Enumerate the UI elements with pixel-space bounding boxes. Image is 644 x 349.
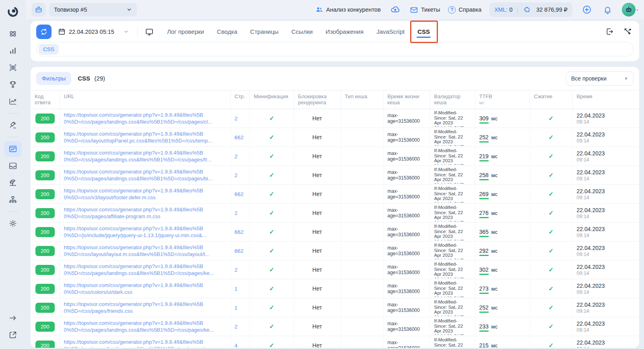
sidebar-item-snapshots[interactable]: [4, 60, 22, 76]
tab-css[interactable]: CSS: [412, 24, 435, 39]
xml-limits-link[interactable]: XML:: [494, 6, 508, 13]
topvisor-logo-icon[interactable]: [4, 4, 22, 20]
sidebar-item-radar[interactable]: [4, 175, 22, 191]
tab-pages[interactable]: Страницы: [245, 24, 284, 39]
url-link[interactable]: https://topvisor.com/css/generator.php?v…: [64, 206, 226, 220]
cell-cache-validator: If-Modified-Since: Sat, 22 Apr 2023 06:1…: [430, 185, 475, 204]
url-link[interactable]: https://topvisor.com/css/generator.php?v…: [64, 339, 226, 348]
url-link[interactable]: https://topvisor.com/css/generator.php?v…: [64, 187, 226, 201]
pages-count-link[interactable]: 2: [235, 116, 238, 122]
avatar-chevron-icon[interactable]: ▾: [636, 8, 638, 12]
filters-button[interactable]: Фильтры: [36, 72, 71, 85]
pages-count-link[interactable]: 1: [235, 286, 238, 292]
sidebar-item-sitemap[interactable]: [4, 192, 22, 208]
url-link[interactable]: https://topvisor.com/css/generator.php?v…: [64, 244, 226, 258]
project-selector[interactable]: Топвизор #5: [49, 3, 137, 17]
pages-count-link[interactable]: 2: [235, 267, 238, 273]
main-area: Топвизор #5 Анализ конкурентов Тикеты ?: [26, 0, 644, 349]
balance-amount[interactable]: 32 876,99 ₽: [536, 6, 568, 13]
help-link[interactable]: ? Справка: [448, 6, 481, 14]
device-monitor-icon[interactable]: [143, 26, 155, 38]
url-line-1: https://topvisor.com/css/generator.php?v…: [64, 263, 226, 270]
url-line-1: https://topvisor.com/css/generator.php?v…: [64, 187, 226, 194]
tab-javascript[interactable]: JavaScript: [371, 24, 410, 39]
compression-check-icon: ✓: [549, 266, 554, 273]
url-link[interactable]: https://topvisor.com/css/generator.php?v…: [64, 130, 226, 144]
sidebar-item-site-audit[interactable]: [4, 141, 22, 157]
ttfb-value: 276: [479, 210, 489, 218]
pages-count-link[interactable]: 2: [235, 172, 238, 178]
url-link[interactable]: https://topvisor.com/css/generator.php?v…: [64, 320, 226, 333]
cache-validator-value: If-Modified-Since: Sat, 22 Apr 2023 06:1…: [434, 186, 470, 202]
cell-status-code: 200: [31, 336, 60, 348]
pages-count-link[interactable]: 662: [235, 191, 244, 197]
url-link[interactable]: https://topvisor.com/css/generator.php?v…: [64, 263, 226, 277]
pages-count-link[interactable]: 662: [235, 248, 244, 254]
check-date: 22.04.2023: [577, 320, 636, 327]
url-link[interactable]: https://topvisor.com/css/generator.php?v…: [64, 225, 226, 239]
notifications-bell-icon[interactable]: [601, 4, 614, 16]
cell-pages: 4: [230, 336, 250, 348]
sidebar-item-inbox[interactable]: [4, 158, 22, 174]
collapse-sidebar-arrow-icon[interactable]: [4, 310, 22, 326]
avatar[interactable]: [622, 3, 636, 17]
tab-images[interactable]: Изображения: [320, 24, 369, 39]
tab-summary[interactable]: Сводка: [212, 24, 243, 39]
table-row: 200https://topvisor.com/css/generator.ph…: [31, 298, 639, 317]
add-funds-icon[interactable]: [580, 3, 593, 16]
url-link[interactable]: https://topvisor.com/css/generator.php?v…: [64, 301, 226, 314]
column-header-5: Тип кеша: [341, 91, 383, 109]
sidebar-item-bids[interactable]: [4, 117, 22, 133]
cloud-sync-icon[interactable]: [389, 3, 402, 16]
sidebar-item-trends[interactable]: [4, 93, 22, 109]
pages-count-link[interactable]: 4: [235, 343, 238, 348]
pages-count-link[interactable]: 1: [235, 305, 238, 311]
cell-ttfb: 252 мс: [475, 298, 530, 317]
cell-cache-validator: If-Modified-Since: Sat, 22 Apr 2023 06:1…: [430, 336, 475, 348]
sidebar-item-positions[interactable]: [4, 43, 22, 59]
table-row: 200https://topvisor.com/css/generator.ph…: [31, 109, 639, 128]
checks-select[interactable]: Все проверки ▼: [566, 71, 634, 86]
cell-compression: ✓: [530, 128, 572, 147]
audit-date-selector[interactable]: 22.04.2023 05:15: [56, 28, 132, 35]
tab-log[interactable]: Лог проверки: [162, 24, 209, 39]
cell-cache-lifetime: max-age=31536000: [383, 242, 430, 260]
compression-check-icon: ✓: [549, 323, 554, 330]
tools-icon[interactable]: [622, 26, 634, 37]
export-icon[interactable]: [604, 26, 615, 37]
refresh-button[interactable]: [36, 25, 52, 39]
cell-minification: ✓: [250, 166, 294, 185]
minification-check-icon: ✓: [269, 304, 275, 311]
pages-count-link[interactable]: 2: [235, 210, 238, 216]
pages-count-link[interactable]: 662: [235, 229, 244, 235]
pages-count-link[interactable]: 662: [235, 134, 244, 140]
url-line-1: https://topvisor.com/css/generator.php?v…: [64, 339, 226, 345]
sidebar-item-settings[interactable]: [4, 215, 22, 231]
cell-cache-lifetime: max-age=31536000: [383, 336, 430, 348]
cell-render-blocking: Нет: [294, 109, 341, 128]
check-clock: 09:14: [577, 195, 636, 200]
tab-links[interactable]: Ссылки: [286, 24, 318, 39]
status-code-badge: 200: [35, 114, 55, 124]
css-filter-chip[interactable]: CSS: [39, 44, 59, 55]
divider: [517, 6, 518, 13]
cell-ttfb: 215 мс: [475, 336, 530, 348]
check-clock: 09:14: [577, 233, 636, 238]
tickets-link[interactable]: Тикеты: [410, 6, 440, 14]
cache-lifetime-value: max-age=31536000: [388, 207, 425, 219]
check-clock: 09:14: [577, 214, 636, 219]
cell-ttfb: 276 мс: [475, 204, 530, 223]
pages-count-link[interactable]: 2: [235, 324, 238, 330]
compression-check-icon: ✓: [549, 209, 554, 216]
url-link[interactable]: https://topvisor.com/css/generator.php?v…: [64, 112, 226, 125]
competitors-analysis-link[interactable]: Анализ конкурентов: [315, 6, 381, 14]
url-link[interactable]: https://topvisor.com/css/generator.php?v…: [64, 282, 226, 295]
url-link[interactable]: https://topvisor.com/css/generator.php?v…: [64, 149, 226, 163]
status-code-badge: 200: [35, 265, 55, 275]
sidebar-item-projects[interactable]: [4, 26, 22, 42]
status-code-badge: 200: [35, 284, 55, 294]
url-link[interactable]: https://topvisor.com/css/generator.php?v…: [64, 168, 226, 182]
external-link-icon[interactable]: [4, 327, 22, 343]
pages-count-link[interactable]: 2: [235, 153, 238, 159]
sidebar-item-competitors[interactable]: [4, 76, 22, 93]
